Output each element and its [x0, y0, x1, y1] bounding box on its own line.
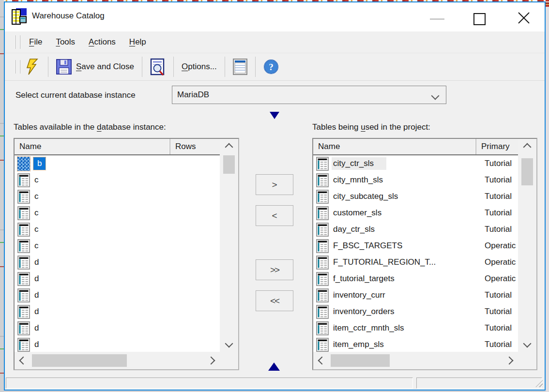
scroll-thumb[interactable]: [331, 354, 390, 367]
horizontal-scrollbar[interactable]: [313, 352, 518, 369]
table-icon: [316, 272, 329, 286]
list-item[interactable]: d: [15, 320, 220, 336]
horizontal-scrollbar[interactable]: [15, 352, 220, 369]
list-item[interactable]: item_cctr_mnth_sls Tutorial: [313, 320, 518, 336]
list-item[interactable]: city_ctr_sls Tutorial: [313, 155, 518, 172]
list-item[interactable]: d: [15, 336, 220, 352]
table-icon: [17, 305, 30, 319]
db-instance-select[interactable]: MariaDB: [172, 86, 446, 104]
table-name: d: [34, 340, 39, 349]
preview-structure-icon: [150, 58, 166, 75]
list-item[interactable]: inventory_curr Tutorial: [313, 287, 518, 303]
move-left-button[interactable]: <: [256, 205, 293, 226]
table-icon: [17, 206, 30, 220]
table-icon: [316, 239, 329, 253]
list-item[interactable]: d: [15, 287, 220, 303]
table-second-col: Tutorial: [485, 307, 512, 317]
list-item[interactable]: city_subcateg_sls Tutorial: [313, 188, 518, 205]
list-item[interactable]: city_mnth_sls Tutorial: [313, 172, 518, 188]
list-item[interactable]: c: [15, 221, 220, 238]
table-view-button[interactable]: [229, 57, 251, 77]
toolbar-grip[interactable]: [15, 60, 20, 74]
scroll-down-arrow[interactable]: [518, 335, 536, 352]
list-header: Name Primary: [313, 139, 518, 155]
help-button[interactable]: ?: [260, 57, 282, 76]
list-item[interactable]: d: [15, 303, 220, 320]
close-button[interactable]: [517, 11, 531, 25]
title-bar[interactable]: Warehouse Catalog: [5, 2, 545, 31]
table-second-col: Tutorial: [485, 340, 512, 349]
table-icon: [17, 173, 30, 187]
scroll-thumb[interactable]: [521, 158, 533, 185]
move-all-right-button[interactable]: >>: [256, 259, 293, 280]
list-item[interactable]: c: [15, 205, 220, 221]
table-second-col: Tutorial: [485, 290, 512, 300]
scroll-down-arrow[interactable]: [220, 335, 238, 352]
used-tables-list: Name Primary city_ctr_sls Tutorial: [312, 138, 537, 370]
table-icon: [316, 338, 329, 352]
column-header-name[interactable]: Name: [15, 139, 170, 154]
scroll-thumb[interactable]: [223, 155, 235, 174]
scroll-right-arrow[interactable]: [202, 358, 220, 363]
table-icon: [17, 256, 30, 270]
column-header-primary[interactable]: Primary: [476, 139, 518, 154]
floppy-save-icon: [56, 59, 72, 75]
table-name: F_TUTORIAL_REGION_T...: [333, 257, 436, 267]
menu-tools[interactable]: Tools: [51, 34, 80, 50]
list-item[interactable]: b: [15, 155, 220, 172]
table-icon: [316, 321, 329, 335]
scroll-left-arrow[interactable]: [15, 358, 32, 363]
vertical-scrollbar[interactable]: [518, 139, 536, 352]
minimize-button[interactable]: [430, 18, 444, 20]
move-down-triangle-icon: [270, 112, 279, 119]
vertical-scrollbar[interactable]: [220, 139, 238, 352]
execute-button[interactable]: [20, 56, 44, 77]
move-all-left-button[interactable]: <<: [256, 290, 293, 311]
menu-help[interactable]: Help: [124, 34, 151, 50]
table-icon: [316, 190, 329, 204]
list-item[interactable]: item_emp_sls Tutorial: [313, 336, 518, 352]
table-second-col: Tutorial: [485, 323, 512, 333]
menu-file[interactable]: File: [24, 34, 47, 50]
list-item[interactable]: customer_sls Tutorial: [313, 205, 518, 221]
table-icon: [17, 321, 30, 335]
move-right-button[interactable]: >: [256, 174, 293, 195]
list-item[interactable]: d: [15, 271, 220, 287]
scroll-left-arrow[interactable]: [313, 358, 331, 363]
table-icon: [17, 239, 30, 253]
menubar-grip[interactable]: [15, 35, 20, 49]
available-tables-list: Name Rows b: [14, 138, 239, 370]
options-label: Options...: [182, 62, 217, 72]
menu-actions[interactable]: Actions: [84, 34, 121, 50]
maximize-button[interactable]: [473, 13, 486, 25]
scroll-right-arrow[interactable]: [501, 358, 518, 363]
save-and-close-button[interactable]: Save and Close: [53, 57, 137, 76]
list-item[interactable]: c: [15, 172, 220, 188]
toolbar: Save and Close Options...: [5, 53, 545, 81]
list-item[interactable]: F_BSC_TARGETS Operatic: [313, 238, 518, 254]
toolbar-separator: [142, 57, 142, 77]
table-icon: [17, 288, 30, 302]
table-name: d: [34, 323, 39, 333]
list-item[interactable]: c: [15, 188, 220, 205]
table-icon: [17, 272, 30, 286]
table-second-col: Tutorial: [485, 159, 512, 168]
table-second-col: Operatic: [485, 274, 516, 284]
list-item[interactable]: d: [15, 254, 220, 271]
list-item[interactable]: c: [15, 238, 220, 254]
table-name: F_BSC_TARGETS: [333, 241, 402, 251]
list-item[interactable]: inventory_orders Tutorial: [313, 303, 518, 320]
scroll-thumb[interactable]: [32, 354, 127, 367]
table-name: city_subcateg_sls: [333, 192, 398, 201]
scroll-up-arrow[interactable]: [220, 139, 238, 155]
preview-structure-button[interactable]: [147, 56, 169, 77]
list-item[interactable]: day_ctr_sls Tutorial: [313, 221, 518, 238]
table-name: c: [34, 241, 39, 251]
scroll-up-arrow[interactable]: [518, 139, 536, 155]
options-button[interactable]: Options...: [178, 60, 220, 74]
column-header-name[interactable]: Name: [313, 139, 476, 154]
column-header-rows[interactable]: Rows: [170, 139, 220, 154]
move-up-triangle-icon: [268, 362, 280, 371]
list-item[interactable]: f_tutorial_targets Operatic: [313, 271, 518, 287]
list-item[interactable]: F_TUTORIAL_REGION_T... Operatic: [313, 254, 518, 271]
